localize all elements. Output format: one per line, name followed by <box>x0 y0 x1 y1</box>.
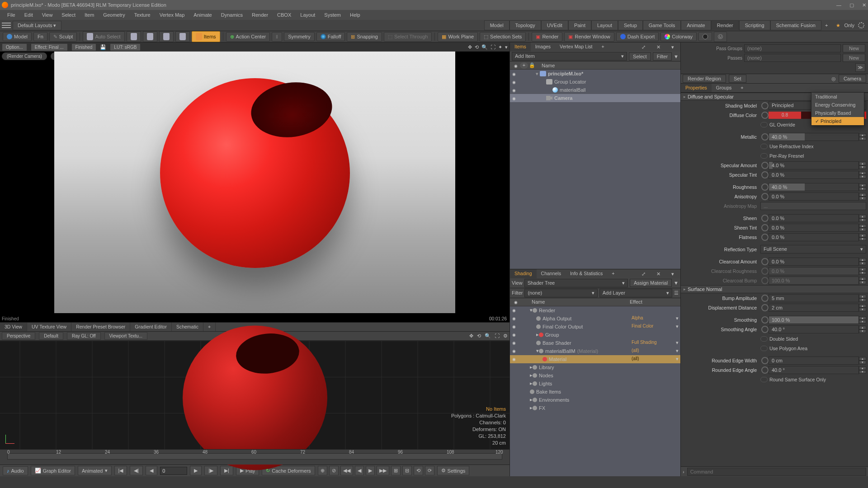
filter-icon[interactable]: ▼ <box>674 54 679 59</box>
close-icon[interactable]: ✕ <box>652 43 665 51</box>
add-tab-button[interactable]: + <box>821 23 831 28</box>
chevron-icon[interactable]: › <box>683 469 684 474</box>
falloff-button[interactable]: Falloff <box>316 32 345 41</box>
shader-row[interactable]: Final Color OutputFinal Color▾ <box>510 323 680 331</box>
filter-icon[interactable]: ▼ <box>674 280 679 286</box>
metallic-field[interactable]: 40.0 % <box>769 133 859 141</box>
tab-+[interactable]: + <box>203 323 216 331</box>
tab-images[interactable]: Images <box>531 42 555 52</box>
specular-amount-field[interactable]: 4.0 % <box>769 161 859 169</box>
menu-icon[interactable]: ▾ <box>505 44 508 50</box>
shader-tree-dropdown[interactable]: Shader Tree▾ <box>524 279 628 287</box>
menu-render[interactable]: Render <box>247 10 273 19</box>
clearcoat-amount-field[interactable]: 0.0 % <box>769 258 859 266</box>
menu-texture[interactable]: Texture <box>130 10 155 19</box>
play-back-button[interactable]: ◀ <box>146 466 157 475</box>
tab-model[interactable]: Model <box>484 20 509 30</box>
gear-icon[interactable] <box>858 22 864 28</box>
action-center-button[interactable]: ⊕Action Center <box>226 32 270 42</box>
smoothing-field[interactable]: 100.0 % <box>769 316 859 324</box>
fit-icon[interactable]: ⛶ <box>491 44 495 50</box>
tab-schematic-fusion[interactable]: Schematic Fusion <box>770 20 821 30</box>
close-icon[interactable]: ✕ <box>862 2 866 8</box>
extra-btn1[interactable] <box>698 32 712 41</box>
item-row[interactable]: materialBall <box>510 86 680 94</box>
double-sided-checkbox[interactable] <box>760 336 768 342</box>
menu-item[interactable]: Item <box>80 10 99 19</box>
tool9[interactable]: ⟲ <box>414 466 423 475</box>
sel-shield4[interactable] <box>175 31 190 42</box>
menu-geometry[interactable]: Geometry <box>99 10 129 19</box>
refractive-index-checkbox[interactable] <box>760 144 768 149</box>
audio-button[interactable]: ♪Audio <box>3 466 28 475</box>
render-button[interactable]: ▣Render <box>532 32 562 42</box>
frame-input[interactable] <box>160 467 187 475</box>
default-chip[interactable]: Default <box>39 332 63 340</box>
sel-shield2[interactable] <box>143 31 157 42</box>
tab-shading[interactable]: Shading <box>510 269 537 278</box>
camera-target-icon[interactable]: ◎ <box>831 76 836 82</box>
dropdown-option[interactable]: Physically Based <box>811 109 864 117</box>
channel-ring-icon[interactable] <box>761 112 769 119</box>
maximize-icon[interactable]: ▢ <box>849 2 854 8</box>
dropdown-option[interactable]: Traditional <box>811 93 864 101</box>
menu-view[interactable]: View <box>38 10 57 19</box>
sheen-tint-field[interactable]: 0.0 % <box>769 224 859 232</box>
viewport-3d[interactable]: No Items Polygons : Catmull-Clark Channe… <box>0 341 509 449</box>
shader-row[interactable]: ▸FX <box>510 404 680 412</box>
menu-edit[interactable]: Edit <box>20 10 38 19</box>
rounded-edge-angle-field[interactable]: 40.0 ° <box>769 366 859 374</box>
render-window-button[interactable]: ▣Render Window <box>564 32 614 42</box>
expand-icon[interactable]: ⤢ <box>637 270 650 278</box>
tab-channels[interactable]: Channels <box>537 269 566 278</box>
tool3[interactable]: ◀◀ <box>340 466 353 475</box>
tab-render[interactable]: Render <box>711 20 739 30</box>
shader-row[interactable]: ▾Render <box>510 306 680 314</box>
menu-select[interactable]: Select <box>57 10 80 19</box>
colorway-button[interactable]: Colorway <box>660 32 697 41</box>
anisotropy-field[interactable]: 0.0 % <box>769 192 859 201</box>
camera-chip[interactable]: (Render Camera) <box>2 52 47 60</box>
sel-shield3[interactable] <box>159 31 174 42</box>
tab-groups[interactable]: Groups <box>712 84 736 92</box>
camera-button[interactable]: Camera <box>839 75 866 83</box>
passes-dropdown[interactable]: (none) <box>744 54 841 62</box>
tab-layout[interactable]: Layout <box>591 20 618 30</box>
first-frame-button[interactable]: |◀ <box>114 466 127 475</box>
shader-row[interactable]: ▸Library <box>510 363 680 371</box>
tool10[interactable]: ⟳ <box>425 466 434 475</box>
shader-row[interactable]: Base ShaderFull Shading▾ <box>510 339 680 347</box>
sheen-field[interactable]: 0.0 % <box>769 214 859 222</box>
pass-groups-dropdown[interactable]: (none) <box>744 44 841 52</box>
tab-paint[interactable]: Paint <box>568 20 591 30</box>
snapping-button[interactable]: ⊞Snapping <box>347 32 382 42</box>
shader-row[interactable]: Alpha OutputAlpha▾ <box>510 314 680 323</box>
tab-uv-texture-view[interactable]: UV Texture View <box>27 323 71 331</box>
add-layer-dropdown[interactable]: Add Layer▾ <box>599 289 672 297</box>
rotate-icon[interactable]: ⟲ <box>477 333 481 339</box>
menu-vertex-map[interactable]: Vertex Map <box>155 10 189 19</box>
menu-animate[interactable]: Animate <box>189 10 216 19</box>
select-through-button[interactable]: ⬚Select Through <box>384 32 432 42</box>
tab-setup[interactable]: Setup <box>618 20 643 30</box>
perray-fresnel-checkbox[interactable] <box>760 153 768 159</box>
tool5[interactable]: ▶ <box>366 466 375 475</box>
render-region-button[interactable]: Render Region <box>683 75 726 83</box>
star-icon[interactable]: ✦ <box>498 44 502 50</box>
dropdown-option[interactable]: Energy Conserving <box>811 101 864 109</box>
move-icon[interactable]: ✥ <box>468 44 472 50</box>
zoom-icon[interactable]: 🔍 <box>481 44 488 50</box>
item-row[interactable]: Group Locator <box>510 78 680 86</box>
menu-icon[interactable]: ☰ <box>674 290 679 296</box>
dropdown-option[interactable]: Principled <box>811 117 864 125</box>
tab-+[interactable]: + <box>597 42 609 52</box>
menu-system[interactable]: System <box>320 10 345 19</box>
autoselect-button[interactable]: Auto Select <box>83 31 124 42</box>
new-passgroup-button[interactable]: New <box>843 44 865 52</box>
save-icon[interactable]: 💾 <box>100 44 106 50</box>
bump-amplitude-field[interactable]: 5 mm <box>769 294 859 302</box>
tab-+[interactable]: + <box>607 269 619 278</box>
tab-3d-view[interactable]: 3D View <box>0 323 27 331</box>
close-icon[interactable]: ✕ <box>652 270 665 278</box>
layouts-dropdown[interactable]: Default Layouts ▾ <box>13 21 61 30</box>
